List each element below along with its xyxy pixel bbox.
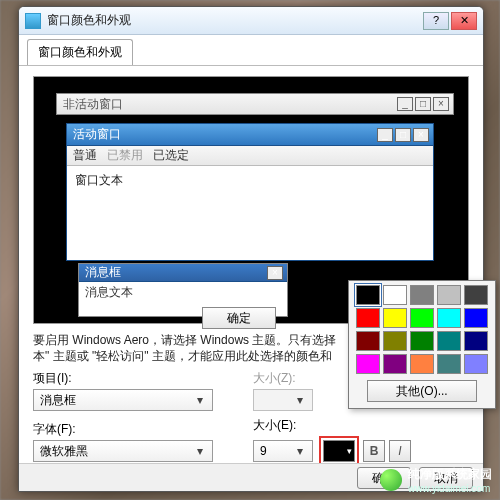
color-swatch[interactable] [437, 285, 461, 305]
preview-active-titlebar: 活动窗口 _ □ × [67, 124, 433, 146]
preview-active-title: 活动窗口 [73, 126, 121, 143]
color-swatch[interactable] [410, 354, 434, 374]
watermark: 纯净版系统家园 www.yidaimei.com [380, 466, 492, 494]
color-swatch[interactable] [383, 354, 407, 374]
titlebar: 窗口颜色和外观 ? ✕ [19, 7, 483, 35]
chevron-down-icon: ▾ [292, 444, 308, 458]
maximize-icon: □ [395, 128, 411, 142]
color-swatch[interactable] [410, 308, 434, 328]
size-e-label: 大小(E): [253, 417, 411, 434]
close-icon: × [433, 97, 449, 111]
menu-disabled: 已禁用 [107, 147, 143, 164]
color-popup: 其他(O)... [348, 280, 496, 409]
color-swatch[interactable] [437, 308, 461, 328]
color-swatch[interactable] [464, 354, 488, 374]
minimize-icon: _ [377, 128, 393, 142]
watermark-brand: 纯净版系统家园 [408, 466, 492, 483]
color-swatch[interactable] [464, 285, 488, 305]
highlight-box: ▾ [319, 436, 359, 466]
size-z-combobox: ▾ [253, 389, 313, 411]
watermark-url: www.yidaimei.com [408, 483, 492, 494]
watermark-logo-icon [380, 469, 402, 491]
italic-button[interactable]: I [389, 440, 411, 462]
chevron-down-icon: ▾ [192, 393, 208, 407]
minimize-icon: _ [397, 97, 413, 111]
color-swatch[interactable] [464, 331, 488, 351]
tab-strip: 窗口颜色和外观 [19, 35, 483, 66]
close-button[interactable]: ✕ [451, 12, 477, 30]
font-combobox[interactable]: 微软雅黑 ▾ [33, 440, 213, 462]
window-color-icon [25, 13, 41, 29]
color-swatch[interactable] [410, 285, 434, 305]
font-color-picker[interactable]: ▾ [323, 440, 355, 462]
color-swatch[interactable] [383, 331, 407, 351]
font-label: 字体(F): [33, 421, 213, 438]
preview-msgbox-text: 消息文本 [79, 282, 287, 303]
color-swatch[interactable] [383, 308, 407, 328]
size-z-label: 大小(Z): [253, 370, 313, 387]
preview-active-window: 活动窗口 _ □ × 普通 已禁用 已选定 窗口文本 [66, 123, 434, 261]
item-label: 项目(I): [33, 370, 213, 387]
color-swatch[interactable] [410, 331, 434, 351]
window-title: 窗口颜色和外观 [47, 12, 423, 29]
window-color-appearance-dialog: 窗口颜色和外观 ? ✕ 窗口颜色和外观 非活动窗口 _ □ × 活动窗口 _ □… [18, 6, 484, 492]
color-swatch[interactable] [437, 331, 461, 351]
color-swatch[interactable] [383, 285, 407, 305]
color-swatch[interactable] [356, 331, 380, 351]
help-button[interactable]: ? [423, 12, 449, 30]
close-icon: × [413, 128, 429, 142]
color-swatch[interactable] [356, 308, 380, 328]
preview-menu: 普通 已禁用 已选定 [67, 146, 433, 166]
color-swatch[interactable] [356, 354, 380, 374]
maximize-icon: □ [415, 97, 431, 111]
color-swatch[interactable] [356, 285, 380, 305]
menu-selected: 已选定 [153, 147, 189, 164]
close-icon: × [267, 266, 283, 280]
tab-window-color[interactable]: 窗口颜色和外观 [27, 39, 133, 65]
color-swatch[interactable] [437, 354, 461, 374]
color-swatch-grid [353, 285, 491, 374]
preview-ok-button: 确定 [202, 307, 276, 329]
menu-normal: 普通 [73, 147, 97, 164]
chevron-down-icon: ▾ [192, 444, 208, 458]
item-combobox[interactable]: 消息框 ▾ [33, 389, 213, 411]
bold-button[interactable]: B [363, 440, 385, 462]
preview-inactive-title: 非活动窗口 [63, 96, 123, 113]
preview-window-text: 窗口文本 [67, 166, 433, 195]
size-e-combobox[interactable]: 9 ▾ [253, 440, 313, 462]
preview-inactive-window: 非活动窗口 _ □ × [56, 93, 454, 115]
other-colors-button[interactable]: 其他(O)... [367, 380, 477, 402]
chevron-down-icon: ▾ [292, 393, 308, 407]
color-swatch[interactable] [464, 308, 488, 328]
preview-msgbox-title: 消息框 [85, 264, 121, 281]
